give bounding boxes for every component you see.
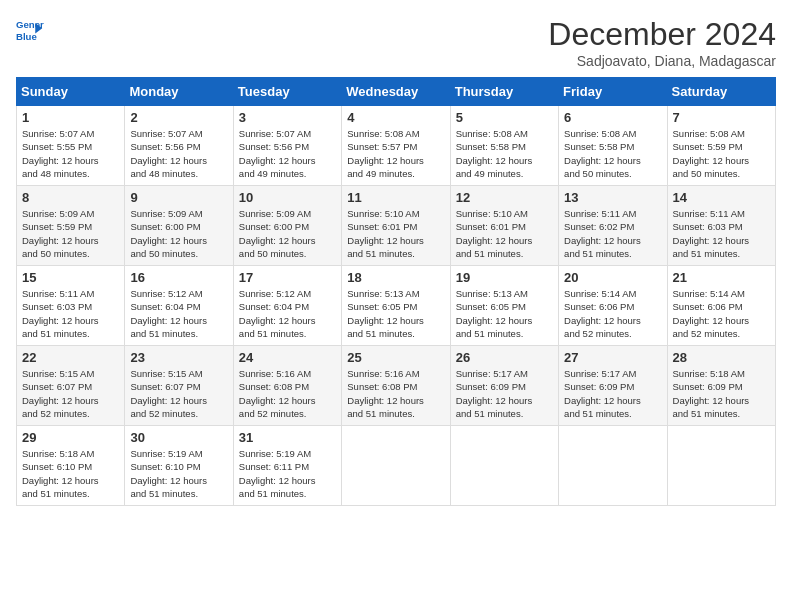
day-info: Sunrise: 5:13 AM Sunset: 6:05 PM Dayligh…: [456, 287, 553, 340]
month-title: December 2024: [548, 16, 776, 53]
day-number: 18: [347, 270, 444, 285]
calendar-cell: 27Sunrise: 5:17 AM Sunset: 6:09 PM Dayli…: [559, 346, 667, 426]
col-friday: Friday: [559, 78, 667, 106]
calendar-cell: 12Sunrise: 5:10 AM Sunset: 6:01 PM Dayli…: [450, 186, 558, 266]
day-number: 26: [456, 350, 553, 365]
calendar-cell: 14Sunrise: 5:11 AM Sunset: 6:03 PM Dayli…: [667, 186, 775, 266]
calendar-cell: 19Sunrise: 5:13 AM Sunset: 6:05 PM Dayli…: [450, 266, 558, 346]
day-info: Sunrise: 5:11 AM Sunset: 6:02 PM Dayligh…: [564, 207, 661, 260]
day-number: 14: [673, 190, 770, 205]
day-number: 12: [456, 190, 553, 205]
day-number: 27: [564, 350, 661, 365]
calendar-cell: 16Sunrise: 5:12 AM Sunset: 6:04 PM Dayli…: [125, 266, 233, 346]
calendar-table: Sunday Monday Tuesday Wednesday Thursday…: [16, 77, 776, 506]
day-info: Sunrise: 5:15 AM Sunset: 6:07 PM Dayligh…: [130, 367, 227, 420]
day-number: 31: [239, 430, 336, 445]
day-number: 19: [456, 270, 553, 285]
day-info: Sunrise: 5:19 AM Sunset: 6:10 PM Dayligh…: [130, 447, 227, 500]
logo-icon: General Blue: [16, 16, 44, 44]
day-number: 13: [564, 190, 661, 205]
calendar-week-0: 1Sunrise: 5:07 AM Sunset: 5:55 PM Daylig…: [17, 106, 776, 186]
day-number: 20: [564, 270, 661, 285]
col-tuesday: Tuesday: [233, 78, 341, 106]
calendar-cell: 31Sunrise: 5:19 AM Sunset: 6:11 PM Dayli…: [233, 426, 341, 506]
day-info: Sunrise: 5:08 AM Sunset: 5:58 PM Dayligh…: [564, 127, 661, 180]
calendar-week-2: 15Sunrise: 5:11 AM Sunset: 6:03 PM Dayli…: [17, 266, 776, 346]
logo: General Blue: [16, 16, 44, 44]
day-number: 28: [673, 350, 770, 365]
day-number: 21: [673, 270, 770, 285]
calendar-cell: 8Sunrise: 5:09 AM Sunset: 5:59 PM Daylig…: [17, 186, 125, 266]
calendar-cell: [342, 426, 450, 506]
location-subtitle: Sadjoavato, Diana, Madagascar: [548, 53, 776, 69]
day-info: Sunrise: 5:15 AM Sunset: 6:07 PM Dayligh…: [22, 367, 119, 420]
col-monday: Monday: [125, 78, 233, 106]
day-info: Sunrise: 5:18 AM Sunset: 6:09 PM Dayligh…: [673, 367, 770, 420]
day-number: 8: [22, 190, 119, 205]
day-number: 23: [130, 350, 227, 365]
day-number: 2: [130, 110, 227, 125]
calendar-cell: 25Sunrise: 5:16 AM Sunset: 6:08 PM Dayli…: [342, 346, 450, 426]
calendar-cell: [667, 426, 775, 506]
day-info: Sunrise: 5:08 AM Sunset: 5:59 PM Dayligh…: [673, 127, 770, 180]
day-number: 1: [22, 110, 119, 125]
day-info: Sunrise: 5:13 AM Sunset: 6:05 PM Dayligh…: [347, 287, 444, 340]
svg-text:Blue: Blue: [16, 31, 37, 42]
calendar-cell: 30Sunrise: 5:19 AM Sunset: 6:10 PM Dayli…: [125, 426, 233, 506]
calendar-cell: 20Sunrise: 5:14 AM Sunset: 6:06 PM Dayli…: [559, 266, 667, 346]
day-info: Sunrise: 5:12 AM Sunset: 6:04 PM Dayligh…: [239, 287, 336, 340]
day-info: Sunrise: 5:11 AM Sunset: 6:03 PM Dayligh…: [22, 287, 119, 340]
day-info: Sunrise: 5:14 AM Sunset: 6:06 PM Dayligh…: [564, 287, 661, 340]
day-number: 7: [673, 110, 770, 125]
calendar-cell: 10Sunrise: 5:09 AM Sunset: 6:00 PM Dayli…: [233, 186, 341, 266]
col-wednesday: Wednesday: [342, 78, 450, 106]
calendar-cell: 7Sunrise: 5:08 AM Sunset: 5:59 PM Daylig…: [667, 106, 775, 186]
day-info: Sunrise: 5:17 AM Sunset: 6:09 PM Dayligh…: [564, 367, 661, 420]
calendar-cell: 1Sunrise: 5:07 AM Sunset: 5:55 PM Daylig…: [17, 106, 125, 186]
day-number: 29: [22, 430, 119, 445]
day-info: Sunrise: 5:16 AM Sunset: 6:08 PM Dayligh…: [347, 367, 444, 420]
calendar-cell: 26Sunrise: 5:17 AM Sunset: 6:09 PM Dayli…: [450, 346, 558, 426]
day-info: Sunrise: 5:19 AM Sunset: 6:11 PM Dayligh…: [239, 447, 336, 500]
day-number: 24: [239, 350, 336, 365]
day-info: Sunrise: 5:12 AM Sunset: 6:04 PM Dayligh…: [130, 287, 227, 340]
day-number: 16: [130, 270, 227, 285]
calendar-cell: [450, 426, 558, 506]
day-info: Sunrise: 5:11 AM Sunset: 6:03 PM Dayligh…: [673, 207, 770, 260]
day-number: 22: [22, 350, 119, 365]
day-info: Sunrise: 5:16 AM Sunset: 6:08 PM Dayligh…: [239, 367, 336, 420]
day-number: 9: [130, 190, 227, 205]
calendar-cell: 5Sunrise: 5:08 AM Sunset: 5:58 PM Daylig…: [450, 106, 558, 186]
day-number: 10: [239, 190, 336, 205]
day-number: 11: [347, 190, 444, 205]
day-info: Sunrise: 5:09 AM Sunset: 6:00 PM Dayligh…: [130, 207, 227, 260]
day-info: Sunrise: 5:08 AM Sunset: 5:58 PM Dayligh…: [456, 127, 553, 180]
day-info: Sunrise: 5:10 AM Sunset: 6:01 PM Dayligh…: [347, 207, 444, 260]
calendar-cell: 29Sunrise: 5:18 AM Sunset: 6:10 PM Dayli…: [17, 426, 125, 506]
calendar-cell: 23Sunrise: 5:15 AM Sunset: 6:07 PM Dayli…: [125, 346, 233, 426]
day-info: Sunrise: 5:07 AM Sunset: 5:56 PM Dayligh…: [130, 127, 227, 180]
calendar-cell: 22Sunrise: 5:15 AM Sunset: 6:07 PM Dayli…: [17, 346, 125, 426]
calendar-cell: 9Sunrise: 5:09 AM Sunset: 6:00 PM Daylig…: [125, 186, 233, 266]
calendar-cell: 13Sunrise: 5:11 AM Sunset: 6:02 PM Dayli…: [559, 186, 667, 266]
calendar-cell: 24Sunrise: 5:16 AM Sunset: 6:08 PM Dayli…: [233, 346, 341, 426]
calendar-cell: 18Sunrise: 5:13 AM Sunset: 6:05 PM Dayli…: [342, 266, 450, 346]
col-thursday: Thursday: [450, 78, 558, 106]
day-number: 30: [130, 430, 227, 445]
calendar-cell: 2Sunrise: 5:07 AM Sunset: 5:56 PM Daylig…: [125, 106, 233, 186]
title-block: December 2024 Sadjoavato, Diana, Madagas…: [548, 16, 776, 69]
day-number: 5: [456, 110, 553, 125]
day-info: Sunrise: 5:18 AM Sunset: 6:10 PM Dayligh…: [22, 447, 119, 500]
day-info: Sunrise: 5:10 AM Sunset: 6:01 PM Dayligh…: [456, 207, 553, 260]
calendar-cell: 3Sunrise: 5:07 AM Sunset: 5:56 PM Daylig…: [233, 106, 341, 186]
header-row: Sunday Monday Tuesday Wednesday Thursday…: [17, 78, 776, 106]
day-number: 4: [347, 110, 444, 125]
day-info: Sunrise: 5:07 AM Sunset: 5:55 PM Dayligh…: [22, 127, 119, 180]
day-info: Sunrise: 5:14 AM Sunset: 6:06 PM Dayligh…: [673, 287, 770, 340]
page-header: General Blue December 2024 Sadjoavato, D…: [16, 16, 776, 69]
calendar-cell: [559, 426, 667, 506]
col-saturday: Saturday: [667, 78, 775, 106]
calendar-cell: 28Sunrise: 5:18 AM Sunset: 6:09 PM Dayli…: [667, 346, 775, 426]
calendar-week-1: 8Sunrise: 5:09 AM Sunset: 5:59 PM Daylig…: [17, 186, 776, 266]
day-number: 25: [347, 350, 444, 365]
